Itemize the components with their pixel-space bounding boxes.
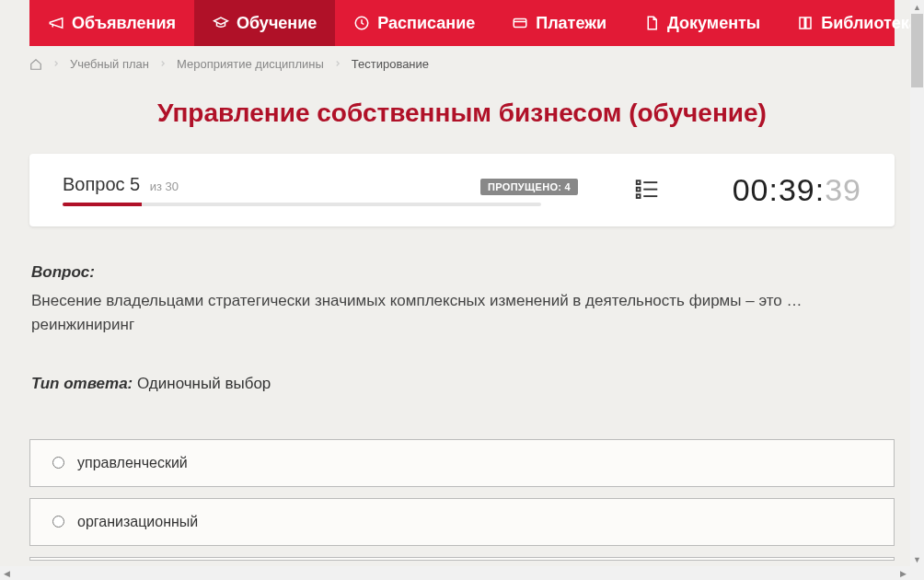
nav-schedule[interactable]: Расписание	[335, 0, 493, 46]
question-list-icon[interactable]	[633, 175, 661, 206]
svg-rect-3	[637, 187, 641, 191]
card-icon	[512, 15, 528, 31]
question-text: Внесение владельцами стратегически значи…	[31, 289, 893, 338]
option-radio[interactable]	[52, 457, 64, 469]
question-number: Вопрос 5	[63, 174, 140, 194]
option-item[interactable]: организационный	[29, 498, 895, 546]
main-nav: Объявления Обучение Расписание Платежи Д…	[29, 0, 895, 46]
skipped-badge: ПРОПУЩЕНО: 4	[480, 179, 578, 195]
nav-documents[interactable]: Документы	[625, 0, 779, 46]
scroll-right-arrow-icon[interactable]: ▶	[896, 566, 910, 580]
breadcrumb-current: Тестирование	[352, 57, 429, 71]
megaphone-icon	[48, 15, 64, 31]
timer-main: 00:39:	[733, 172, 826, 207]
svg-rect-2	[637, 180, 641, 184]
question-total: из 30	[150, 180, 179, 193]
nav-label: Библиотека	[821, 14, 918, 33]
clock-icon	[353, 15, 370, 31]
answer-type-value: Одиночный выбор	[137, 375, 271, 392]
scroll-corner	[910, 566, 924, 580]
nav-education[interactable]: Обучение	[194, 0, 335, 46]
options-list: управленческий организационный	[29, 439, 895, 561]
nav-payments[interactable]: Платежи	[493, 0, 625, 46]
scroll-thumb[interactable]	[911, 14, 923, 87]
nav-label: Расписание	[377, 14, 475, 33]
vertical-scrollbar[interactable]: ▲ ▼	[910, 0, 924, 566]
progress-bar	[63, 203, 541, 206]
breadcrumb: Учебный план Мероприятие дисциплины Тест…	[29, 46, 895, 82]
option-label: управленческий	[77, 455, 188, 471]
chevron-right-icon	[158, 57, 167, 71]
option-item[interactable]: управленческий	[29, 439, 895, 487]
breadcrumb-link[interactable]: Учебный план	[70, 57, 149, 71]
svg-rect-1	[514, 19, 526, 28]
document-icon	[643, 15, 660, 31]
timer: 00:39:39	[733, 172, 861, 208]
chevron-right-icon	[52, 57, 61, 71]
home-icon[interactable]	[29, 58, 42, 71]
svg-rect-4	[637, 194, 641, 198]
nav-label: Платежи	[536, 14, 606, 33]
question-body: Вопрос: Внесение владельцами стратегичес…	[29, 263, 895, 393]
page-title: Управление собственным бизнесом (обучени…	[29, 99, 895, 128]
nav-label: Обучение	[237, 14, 317, 33]
answer-type-label: Тип ответа:	[31, 375, 133, 392]
chevron-right-icon	[333, 57, 342, 71]
status-panel: Вопрос 5 из 30 ПРОПУЩЕНО: 4 00:39:39	[29, 154, 895, 226]
timer-ms: 39	[825, 172, 861, 207]
graduation-icon	[213, 15, 229, 31]
scroll-down-arrow-icon[interactable]: ▼	[910, 552, 924, 566]
scroll-up-arrow-icon[interactable]: ▲	[910, 0, 924, 14]
book-icon	[797, 15, 814, 31]
option-item-partial	[29, 557, 895, 561]
horizontal-scrollbar[interactable]: ◀ ▶	[0, 566, 910, 580]
option-radio[interactable]	[52, 516, 64, 528]
progress-fill	[63, 203, 142, 206]
nav-library[interactable]: Библиотека	[779, 0, 924, 46]
nav-label: Объявления	[72, 14, 176, 33]
breadcrumb-link[interactable]: Мероприятие дисциплины	[177, 57, 324, 71]
scroll-left-arrow-icon[interactable]: ◀	[0, 566, 14, 580]
question-heading: Вопрос:	[31, 263, 893, 282]
nav-label: Документы	[667, 14, 760, 33]
nav-announcements[interactable]: Объявления	[29, 0, 194, 46]
option-label: организационный	[77, 514, 198, 530]
